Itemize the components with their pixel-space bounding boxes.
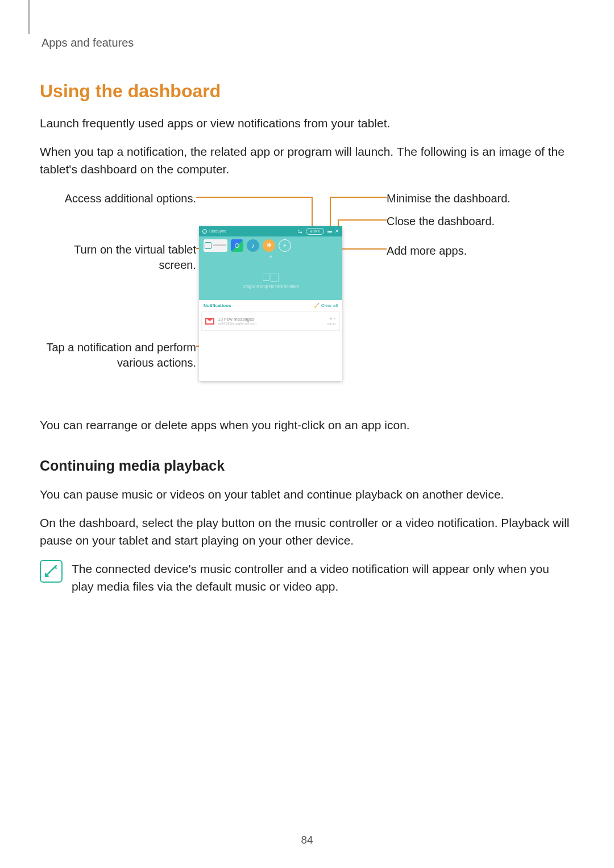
callout-access-options: Access additional options. [65,191,196,206]
intro-paragraph-2: When you tap a notification, the related… [40,143,574,178]
notification-subtitle: ad1413@googlemail.com [218,322,324,325]
subheading-media: Continuing media playback [40,458,574,474]
dashboard-app-rail: ♪ ✻ + [199,236,342,255]
header-rule [28,0,30,34]
notification-title: 13 new messages [218,317,324,322]
leader-line [330,197,387,198]
leader-line [312,197,313,227]
more-button[interactable]: MORE [306,228,324,235]
callout-close: Close the dashboard. [387,214,574,229]
callout-minimise: Minimise the dashboard. [387,191,574,206]
intro-paragraph-1: Launch frequently used apps or view noti… [40,114,574,132]
clear-all-label: Clear all [321,303,338,308]
notification-time: 08:27 [327,322,336,326]
dashboard-title-label: SideSync [209,229,226,233]
add-apps-button[interactable]: + [279,239,291,252]
empty-area [199,331,342,381]
file-drop-zone[interactable]: Drag and drop file here to share [199,261,342,300]
divider [213,244,226,246]
virtual-screen-button[interactable] [204,239,227,252]
close-button[interactable]: × [335,228,339,234]
notification-actions[interactable]: ▾ × [330,316,336,321]
share-icon[interactable]: ⇋ [298,229,302,234]
callout-notification-1: Tap a notification and perform [47,340,197,355]
notifications-header: Notifications 🧹Clear all [199,300,342,312]
dashboard-figure: Access additional options. Turn on the v… [40,189,574,399]
notifications-label: Notifications [204,303,231,308]
callout-virtual-screen-2: screen. [159,258,196,273]
page-number: 84 [0,834,614,846]
dashboard-titlebar: SideSync ⇋ MORE × [199,226,342,236]
leader-line [330,197,331,227]
callout-notification-2: various actions. [117,355,196,371]
rearrange-paragraph: You can rearrange or delete apps when yo… [40,416,574,434]
file-transfer-icon [263,273,279,282]
leader-line [338,219,387,221]
callout-add-apps: Add more apps. [387,243,574,259]
page-title: Using the dashboard [40,81,574,102]
breadcrumb: Apps and features [42,36,574,49]
media-paragraph-2: On the dashboard, select the play button… [40,514,574,550]
collapse-toggle[interactable]: ^ [199,255,342,261]
media-paragraph-1: You can pause music or videos on your ta… [40,485,574,504]
tablet-icon [205,242,211,249]
note-text: The connected device's music controller … [72,560,574,596]
note-icon [40,560,63,583]
clear-icon: 🧹 [314,303,320,308]
refresh-icon[interactable] [202,229,207,234]
minimise-button[interactable] [327,231,332,232]
note-block: The connected device's music controller … [40,560,574,596]
photo-icon [235,243,239,248]
leader-line [196,197,313,198]
dashboard-window: SideSync ⇋ MORE × ♪ ✻ + ^ [199,226,342,381]
settings-app-icon[interactable]: ✻ [263,239,275,252]
drop-zone-label: Drag and drop file here to share [243,284,299,288]
music-app-icon[interactable]: ♪ [247,239,259,252]
clear-all-button[interactable]: 🧹Clear all [314,303,338,308]
mail-icon [205,318,214,325]
gallery-app-icon[interactable] [231,239,243,252]
callout-virtual-screen-1: Turn on the virtual tablet [74,242,196,258]
notification-item[interactable]: 13 new messages ad1413@googlemail.com ▾ … [201,312,340,331]
